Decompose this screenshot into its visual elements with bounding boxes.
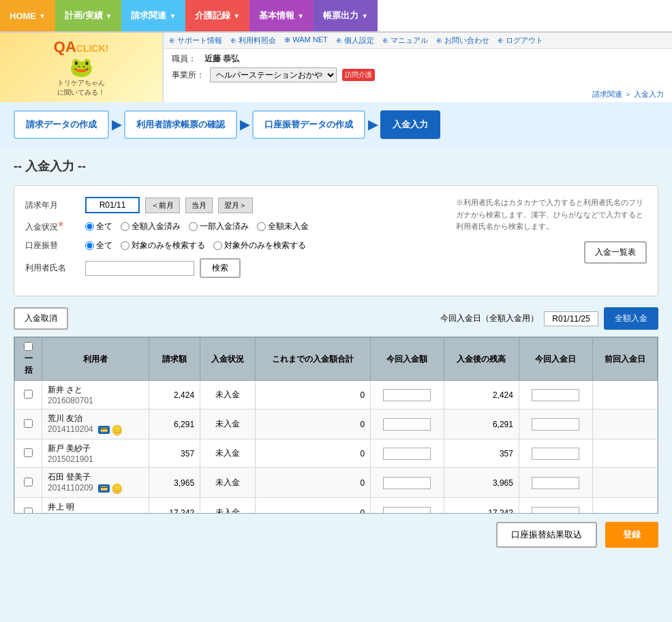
header-link-manual[interactable]: ⊕ マニュアル: [382, 35, 428, 46]
user-name-row: 利用者氏名 検索: [25, 258, 442, 278]
th-cumulative: これまでの入金額合計: [255, 338, 371, 381]
today-date-input[interactable]: [544, 311, 598, 326]
next-month-btn[interactable]: 翌月＞: [218, 198, 253, 213]
seikyu-label: 請求年月: [25, 200, 80, 211]
header-right: ⊕ サポート情報 ⊕ 利用料照会 ⊕ WAM NET ⊕ 個人設定 ⊕ マニュア…: [164, 33, 672, 102]
row-this-time-input[interactable]: [383, 418, 431, 431]
row-this-date-input[interactable]: [532, 448, 579, 460]
seikyu-date-input[interactable]: [85, 197, 140, 213]
row-this-date-input[interactable]: [532, 418, 579, 431]
row-this-date-input[interactable]: [532, 507, 579, 514]
search-button[interactable]: 検索: [200, 258, 241, 278]
nav-kaigo[interactable]: 介護記録: [185, 0, 249, 31]
full-payment-btn[interactable]: 全額入金: [604, 307, 658, 330]
row-balance: 3,965: [444, 468, 519, 498]
user-name-input[interactable]: [85, 261, 194, 276]
nav-home[interactable]: HOME: [0, 0, 55, 31]
nyukin-label: 入金状況※: [25, 220, 80, 233]
row-cumulative: 0: [255, 409, 371, 439]
row-this-date-input-cell: [519, 409, 592, 439]
top-navigation: HOME 計画/実績 請求関連 介護記録 基本情報 帳票出力: [0, 0, 672, 33]
row-checkbox-cell: [15, 409, 42, 439]
row-this-date-input[interactable]: [532, 477, 579, 489]
kouza-radio-all[interactable]: 全て: [85, 240, 112, 251]
row-user-cell: 石田 登美子 2014110209 💳🪙: [42, 468, 149, 498]
jigyousho-select[interactable]: ヘルパーステーションおかや: [210, 67, 337, 82]
row-checkbox-cell: [15, 439, 42, 468]
row-last-date: [592, 409, 657, 439]
kouza-radio-target[interactable]: 対象のみを検索する: [121, 240, 205, 251]
table-row: 荒川 友治 2014110204 💳🪙 6,291 未入金 0 6,291: [15, 409, 658, 439]
kouza-import-btn[interactable]: 口座振替結果取込: [496, 522, 597, 548]
data-table: 一括 利用者 請求額 入金状況 これまでの入金額合計 今回入金額 入金後の残高 …: [14, 337, 658, 514]
row-this-time-input-cell: [371, 381, 444, 409]
search-left: 請求年月 ＜前月 当月 翌月＞ 入金状況※ 全て 全額入金済み 一部入金済み 全…: [25, 197, 442, 285]
row-this-date-input-cell: [519, 439, 592, 468]
nyukin-radio-full[interactable]: 全額入金済み: [121, 221, 181, 232]
row-this-time-input-cell: [371, 439, 444, 468]
row-this-time-input[interactable]: [383, 389, 431, 401]
kouza-radio-nontarget[interactable]: 対象外のみを検索する: [213, 240, 306, 251]
row-last-date: [592, 468, 657, 498]
row-cumulative: 0: [255, 498, 371, 514]
row-nyukin-status: 未入金: [200, 498, 255, 514]
nyukin-radio-partial[interactable]: 一部入金済み: [189, 221, 249, 232]
nyukin-radio-none[interactable]: 全額未入金: [257, 221, 309, 232]
logo-qa-text: QACLICK!: [54, 38, 108, 56]
row-this-time-input-cell: [371, 498, 444, 514]
user-id: 2014110204: [48, 424, 93, 434]
header-link-kojin[interactable]: ⊕ 個人設定: [336, 35, 374, 46]
nyukin-ichiran-btn[interactable]: 入金一覧表: [584, 241, 647, 264]
row-cumulative: 0: [255, 468, 371, 498]
row-this-time-input[interactable]: [383, 477, 431, 489]
row-checkbox[interactable]: [24, 390, 33, 399]
select-all-checkbox[interactable]: [24, 342, 33, 351]
row-this-time-input-cell: [371, 468, 444, 498]
card-icon: 💳🪙: [98, 483, 123, 494]
kouza-row: 口座振替 全て 対象のみを検索する 対象外のみを検索する: [25, 240, 442, 251]
prev-month-btn[interactable]: ＜前月: [145, 198, 180, 213]
nav-seikyu[interactable]: 請求関連: [121, 0, 185, 31]
row-this-time-input[interactable]: [383, 507, 431, 514]
row-checkbox[interactable]: [24, 448, 33, 457]
workflow-step3[interactable]: 口座振替データの作成: [252, 110, 365, 139]
kouza-label: 口座振替: [25, 240, 80, 251]
row-cumulative: 0: [255, 439, 371, 468]
header-link-logout[interactable]: ⊕ ログアウト: [498, 35, 543, 46]
header-link-ryokin[interactable]: ⊕ 利用料照会: [230, 35, 276, 46]
row-checkbox-cell: [15, 468, 42, 498]
workflow-step1[interactable]: 請求データの作成: [14, 110, 109, 139]
row-last-date: [592, 381, 657, 409]
table-row: 新井 さと 2016080701 2,424 未入金 0 2,424: [15, 381, 658, 409]
nav-plan[interactable]: 計画/実績: [55, 0, 122, 31]
register-btn[interactable]: 登録: [605, 522, 658, 548]
workflow-step2[interactable]: 利用者請求帳票の確認: [124, 110, 237, 139]
header-link-contact[interactable]: ⊕ お問い合わせ: [436, 35, 489, 46]
row-checkbox-cell: [15, 498, 42, 514]
row-this-time-input[interactable]: [383, 448, 431, 460]
current-month-btn[interactable]: 当月: [185, 198, 213, 213]
header-link-wam[interactable]: ⊕ WAM NET: [284, 35, 328, 46]
logo-area: QACLICK! 🐸 トリケアちゃんに聞いてみる！: [0, 33, 164, 102]
nav-chouhyo[interactable]: 帳票出力: [314, 0, 378, 31]
user-name: 新井 さと: [48, 385, 82, 394]
workflow-step4[interactable]: 入金入力: [380, 110, 440, 139]
row-this-date-input[interactable]: [532, 389, 579, 401]
credit-card-icon: 💳: [98, 426, 110, 434]
user-id: 2016080701: [48, 396, 93, 405]
jigyousho-row: 事業所： ヘルパーステーションおかや 訪問介護: [172, 67, 664, 82]
actions-row: 入金取消 今回入金日（全額入金用） 全額入金: [14, 307, 658, 330]
nav-kihon[interactable]: 基本情報: [249, 0, 314, 31]
nyukin-radio-all[interactable]: 全て: [85, 221, 112, 232]
row-checkbox[interactable]: [24, 478, 33, 486]
credit-card-icon: 💳: [98, 484, 110, 493]
header-info: 職員： 近藤 恭弘 事業所： ヘルパーステーションおかや 訪問介護: [164, 49, 672, 87]
row-checkbox[interactable]: [24, 419, 33, 428]
row-balance: 2,424: [444, 381, 519, 409]
row-this-date-input-cell: [519, 498, 592, 514]
nyukin-cancel-btn[interactable]: 入金取消: [14, 307, 68, 330]
header-link-support[interactable]: ⊕ サポート情報: [169, 35, 222, 46]
houmon-badge: 訪問介護: [342, 69, 375, 81]
row-checkbox[interactable]: [24, 508, 33, 514]
coin-icon: 🪙: [111, 483, 123, 494]
